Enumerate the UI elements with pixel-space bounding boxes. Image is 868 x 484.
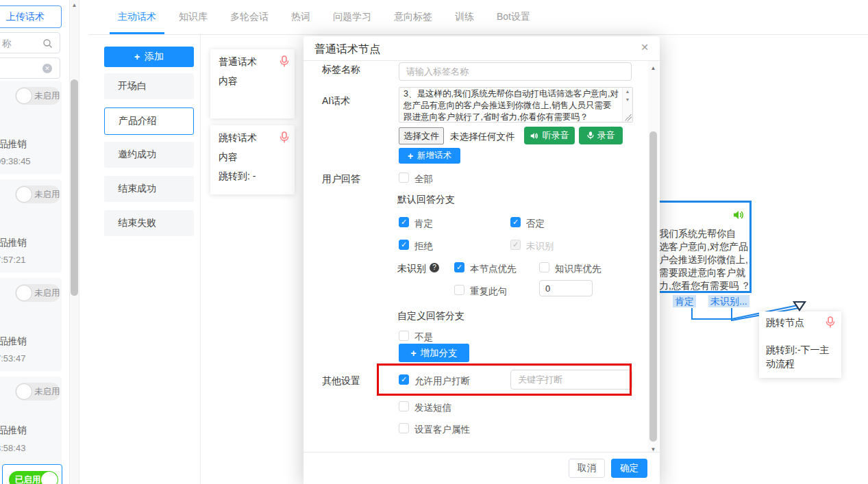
tab-multi-turn[interactable]: 多轮会话 [230,11,269,23]
filter-input[interactable]: ✕ [0,58,60,79]
enable-toggle[interactable]: 未启用 [15,186,60,203]
left-scrollbar[interactable]: ▲ [69,0,79,484]
label-other-settings: 其他设置 [322,375,360,387]
script-name: 品推销 [0,237,27,249]
checkbox-deny[interactable] [510,217,521,227]
checkbox-send-sms[interactable] [399,401,409,411]
node-card-normal-script[interactable]: 普通话术 内容 [210,49,295,118]
cancel-button[interactable]: 取消 [569,459,605,478]
script-list-item-active[interactable]: 已启用 [2,464,62,484]
label-ai-script: AI话术 [322,95,350,107]
toggle-label: 已启用 [15,474,41,484]
close-icon[interactable]: ✕ [641,42,649,53]
checkbox-allow-interrupt[interactable] [399,374,409,385]
tab-question-learning[interactable]: 问题学习 [333,11,371,23]
confirm-button[interactable]: 确定 [611,459,647,478]
checkbox-all-label[interactable]: 全部 [414,173,433,186]
checkbox-deny-label[interactable]: 否定 [526,218,545,230]
script-list-item[interactable]: 未启用 品推销 3:58:43 [0,377,62,470]
toggle-knob [16,186,32,203]
enable-toggle[interactable]: 未启用 [15,284,60,302]
checkbox-affirm-label[interactable]: 肯定 [414,218,433,230]
resize-handle-icon[interactable] [625,114,632,121]
plus-icon: + [134,51,140,62]
checkbox-set-customer-attr-label[interactable]: 设置客户属性 [414,424,470,436]
flow-node-jump[interactable]: 跳转节点 跳转到:-下一主 动流程 [759,311,841,378]
checkbox-unrecognized [510,240,521,250]
checkbox-node-first[interactable] [454,262,464,272]
checkbox-all[interactable] [399,173,409,183]
help-icon[interactable]: ? [430,263,439,272]
enable-toggle[interactable]: 未启用 [15,383,60,400]
scroll-up-icon[interactable]: ▲ [648,65,658,71]
enable-toggle-on[interactable]: 已启用 [9,471,58,484]
script-name: 品推销 [0,335,27,348]
section-item-product-intro[interactable]: 产品介绍 [104,107,194,135]
choose-file-button[interactable]: 选择文件 [399,127,444,144]
node-card-jump-script[interactable]: 跳转话术 内容 跳转到: - [210,125,295,194]
keyword-interrupt-input[interactable] [510,370,632,390]
choose-file-label: 选择文件 [404,130,439,142]
section-item-opening[interactable]: 开场白 [104,73,194,99]
flow-node-script[interactable]: 我们系统先帮你自 选客户意向,对您产品 户会推送到你微信上, 需要跟进意向客户就… [651,201,752,293]
checkbox-kb-first[interactable] [539,262,549,272]
checkbox-affirm[interactable] [399,217,409,227]
listen-recording-button[interactable]: 听录音 [524,127,575,144]
script-list-item[interactable]: 未启用 品推销 7:53:47 [0,278,62,371]
toggle-label: 未启用 [34,386,60,398]
checkbox-kb-first-label[interactable]: 知识库优先 [555,263,602,275]
enable-toggle[interactable]: 未启用 [15,87,60,105]
dialog-scrollbar[interactable]: ▲ ▼ [648,61,658,455]
section-item-end-fail[interactable]: 结束失败 [104,210,194,236]
add-section-button[interactable]: + 添加 [104,47,194,67]
tab-training[interactable]: 训练 [455,11,474,23]
speaker-icon[interactable] [733,210,745,222]
tab-intent-labels[interactable]: 意向标签 [394,11,432,23]
tab-knowledge-base[interactable]: 知识库 [179,11,208,23]
checkbox-not-label[interactable]: 不是 [414,331,433,344]
checkbox-send-sms-label[interactable]: 发送短信 [414,402,451,414]
checkbox-set-customer-attr[interactable] [399,423,409,433]
add-branch-button[interactable]: + 增加分支 [399,344,469,362]
clear-icon[interactable]: ✕ [42,64,52,73]
toggle-knob [41,472,58,484]
section-item-invite-success[interactable]: 邀约成功 [104,142,194,168]
search-input[interactable]: 称 [0,32,60,53]
microphone-icon[interactable] [280,55,289,71]
checkbox-repeat[interactable] [454,285,464,295]
script-list-item[interactable]: 未启用 品推销 09:38:45 [0,81,62,174]
checkbox-allow-interrupt-label[interactable]: 允许用户打断 [414,375,470,387]
checkbox-repeat-label[interactable]: 重复此句 [470,285,507,298]
section-item-end-success[interactable]: 结束成功 [104,176,194,202]
ai-script-textarea[interactable]: 3、是这样的,我们系统先帮你自动打电话筛选客户意向,对您产品有意向的客户会推送到… [399,87,633,123]
checkbox-not[interactable] [399,331,409,341]
scrollbar-thumb[interactable] [649,131,657,442]
script-name: 品推销 [0,138,27,151]
tag-name-input[interactable] [399,62,632,81]
plus-icon: + [408,151,413,162]
toggle-label: 未启用 [34,90,60,102]
checkbox-refuse[interactable] [399,240,409,250]
microphone-icon[interactable] [280,131,289,147]
repeat-count-input[interactable] [539,280,593,296]
upload-script-button[interactable]: 上传话术 [0,5,62,28]
confirm-label: 确定 [620,462,638,474]
scrollbar-thumb[interactable] [71,79,78,296]
microphone-icon[interactable] [826,316,835,331]
column-divider [200,35,201,484]
scroll-up-icon[interactable]: ▲ [623,89,632,94]
checkbox-node-first-label[interactable]: 本节点优先 [470,263,517,275]
script-list-item[interactable]: 未启用 品推销 7:57:21 [0,179,62,272]
default-branch-title: 默认回答分支 [397,194,455,206]
tab-main-script[interactable]: 主动话术 [118,11,156,23]
microphone-icon [587,131,594,140]
scroll-up-icon[interactable]: ▲ [70,2,79,8]
checkbox-refuse-label[interactable]: 拒绝 [414,240,433,253]
search-icon[interactable] [42,38,53,51]
flow-node-text: 我们系统先帮你自 [659,228,736,240]
tab-hot-words[interactable]: 热词 [291,11,310,23]
tab-bot-settings[interactable]: Bot设置 [497,11,530,23]
record-button[interactable]: 录音 [579,127,623,144]
add-script-button[interactable]: + 新增话术 [399,148,460,164]
scroll-down-icon[interactable]: ▼ [623,97,632,102]
